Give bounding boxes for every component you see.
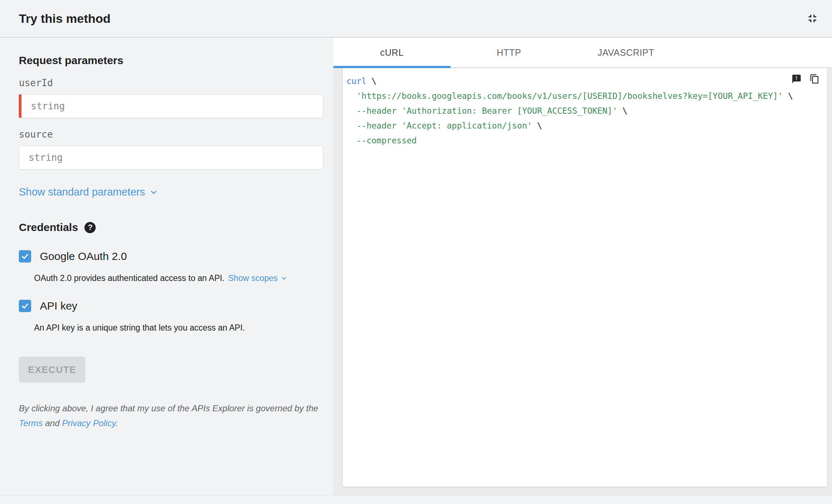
apikey-checkbox-label: API key (40, 300, 77, 312)
code-actions (791, 74, 820, 84)
help-icon[interactable]: ? (84, 222, 96, 233)
chevron-down-icon (280, 275, 287, 282)
fullscreen-exit-icon[interactable] (806, 12, 819, 25)
show-standard-parameters-label: Show standard parameters (19, 186, 145, 198)
legal-text-before: By clicking above, I agree that my use o… (19, 403, 318, 413)
try-this-method-panel: Try this method Request parameters userI… (0, 0, 832, 504)
panel-body: Request parameters userId source Show st… (0, 38, 832, 495)
execute-button[interactable]: EXECUTE (19, 357, 86, 383)
credentials-heading-row: Credentials ? (19, 221, 323, 234)
tab-curl[interactable]: cURL (333, 38, 450, 67)
credential-option-apikey: API key An API key is a unique string th… (19, 300, 323, 333)
privacy-policy-link[interactable]: Privacy Policy (62, 418, 116, 428)
apikey-description-text: An API key is a unique string that lets … (34, 323, 245, 333)
oauth-checkbox-row[interactable]: Google OAuth 2.0 (19, 250, 127, 262)
oauth-checkbox[interactable] (19, 250, 31, 262)
oauth-checkbox-label: Google OAuth 2.0 (40, 250, 127, 262)
code-sample-panel: cURL HTTP JAVASCRIPT curl \ 'https://boo… (333, 38, 832, 495)
legal-text-middle: and (43, 418, 62, 428)
field-label-source: source (19, 129, 323, 140)
request-parameters-heading: Request parameters (19, 54, 323, 67)
code-block: curl \ 'https://books.googleapis.com/boo… (346, 74, 805, 148)
code-card: curl \ 'https://books.googleapis.com/boo… (343, 68, 827, 487)
legal-text-after: . (116, 418, 118, 428)
tab-http[interactable]: HTTP (450, 38, 567, 67)
show-scopes-link[interactable]: Show scopes (228, 273, 288, 283)
apikey-description: An API key is a unique string that lets … (34, 323, 323, 333)
copy-icon[interactable] (810, 74, 820, 84)
apikey-checkbox[interactable] (19, 300, 31, 312)
field-label-userid: userId (19, 77, 323, 88)
oauth-description-text: OAuth 2.0 provides authenticated access … (34, 273, 225, 283)
bottom-strip (0, 495, 832, 504)
source-input[interactable] (19, 146, 323, 169)
userid-input[interactable] (19, 94, 323, 118)
request-form: Request parameters userId source Show st… (0, 38, 333, 495)
credentials-heading: Credentials (19, 221, 78, 234)
chevron-down-icon (149, 188, 158, 197)
show-standard-parameters-link[interactable]: Show standard parameters (19, 186, 158, 198)
page-title: Try this method (19, 12, 111, 26)
legal-text: By clicking above, I agree that my use o… (19, 401, 329, 430)
show-scopes-label: Show scopes (228, 273, 278, 283)
feedback-icon[interactable] (791, 74, 802, 84)
tab-javascript[interactable]: JAVASCRIPT (567, 38, 685, 67)
panel-header: Try this method (0, 0, 832, 38)
apikey-checkbox-row[interactable]: API key (19, 300, 77, 312)
code-language-tabs: cURL HTTP JAVASCRIPT (333, 38, 832, 68)
oauth-description: OAuth 2.0 provides authenticated access … (34, 273, 323, 283)
terms-link[interactable]: Terms (19, 418, 43, 428)
credential-option-oauth: Google OAuth 2.0 OAuth 2.0 provides auth… (19, 250, 323, 283)
